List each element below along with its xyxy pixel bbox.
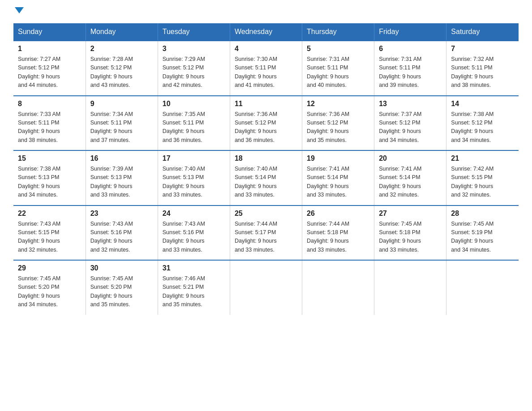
logo-triangle-icon bbox=[15, 7, 24, 13]
day-info: Sunrise: 7:32 AM Sunset: 5:11 PM Dayligh… bbox=[451, 55, 514, 90]
calendar-cell: 29 Sunrise: 7:45 AM Sunset: 5:20 PM Dayl… bbox=[13, 260, 86, 315]
day-number: 2 bbox=[90, 45, 153, 53]
day-number: 9 bbox=[90, 100, 153, 108]
calendar-cell bbox=[446, 260, 519, 315]
day-info: Sunrise: 7:45 AM Sunset: 5:18 PM Dayligh… bbox=[379, 220, 442, 255]
calendar-cell: 13 Sunrise: 7:37 AM Sunset: 5:12 PM Dayl… bbox=[374, 96, 446, 151]
day-number: 28 bbox=[451, 210, 514, 218]
calendar-week-row: 1 Sunrise: 7:27 AM Sunset: 5:12 PM Dayli… bbox=[13, 41, 519, 96]
day-number: 5 bbox=[307, 45, 369, 53]
day-number: 13 bbox=[379, 100, 442, 108]
calendar-cell: 5 Sunrise: 7:31 AM Sunset: 5:11 PM Dayli… bbox=[302, 41, 374, 96]
header-sunday: Sunday bbox=[13, 23, 86, 41]
day-info: Sunrise: 7:31 AM Sunset: 5:11 PM Dayligh… bbox=[307, 55, 369, 90]
calendar-cell: 20 Sunrise: 7:41 AM Sunset: 5:14 PM Dayl… bbox=[374, 150, 446, 206]
day-info: Sunrise: 7:44 AM Sunset: 5:18 PM Dayligh… bbox=[307, 220, 369, 255]
day-number: 21 bbox=[451, 154, 514, 163]
header-tuesday: Tuesday bbox=[158, 23, 230, 41]
calendar-cell: 6 Sunrise: 7:31 AM Sunset: 5:11 PM Dayli… bbox=[374, 41, 446, 96]
page-header bbox=[13, 9, 519, 15]
day-info: Sunrise: 7:30 AM Sunset: 5:11 PM Dayligh… bbox=[235, 55, 297, 90]
day-info: Sunrise: 7:31 AM Sunset: 5:11 PM Dayligh… bbox=[379, 55, 442, 90]
day-info: Sunrise: 7:42 AM Sunset: 5:15 PM Dayligh… bbox=[451, 165, 514, 200]
day-number: 17 bbox=[163, 154, 225, 163]
calendar-cell: 26 Sunrise: 7:44 AM Sunset: 5:18 PM Dayl… bbox=[302, 206, 374, 261]
calendar-cell: 14 Sunrise: 7:38 AM Sunset: 5:12 PM Dayl… bbox=[446, 96, 519, 151]
calendar-cell: 24 Sunrise: 7:43 AM Sunset: 5:16 PM Dayl… bbox=[158, 206, 230, 261]
day-number: 26 bbox=[307, 210, 369, 218]
calendar-cell: 31 Sunrise: 7:46 AM Sunset: 5:21 PM Dayl… bbox=[158, 260, 230, 315]
day-info: Sunrise: 7:43 AM Sunset: 5:15 PM Dayligh… bbox=[18, 220, 81, 255]
day-info: Sunrise: 7:37 AM Sunset: 5:12 PM Dayligh… bbox=[379, 110, 442, 145]
calendar-table: SundayMondayTuesdayWednesdayThursdayFrid… bbox=[13, 23, 519, 315]
calendar-cell: 17 Sunrise: 7:40 AM Sunset: 5:13 PM Dayl… bbox=[158, 150, 230, 206]
calendar-cell: 10 Sunrise: 7:35 AM Sunset: 5:11 PM Dayl… bbox=[158, 96, 230, 151]
calendar-week-row: 8 Sunrise: 7:33 AM Sunset: 5:11 PM Dayli… bbox=[13, 96, 519, 151]
calendar-cell bbox=[302, 260, 374, 315]
calendar-cell: 27 Sunrise: 7:45 AM Sunset: 5:18 PM Dayl… bbox=[374, 206, 446, 261]
day-info: Sunrise: 7:27 AM Sunset: 5:12 PM Dayligh… bbox=[18, 55, 81, 90]
calendar-week-row: 29 Sunrise: 7:45 AM Sunset: 5:20 PM Dayl… bbox=[13, 260, 519, 315]
day-info: Sunrise: 7:38 AM Sunset: 5:13 PM Dayligh… bbox=[18, 165, 81, 200]
day-info: Sunrise: 7:28 AM Sunset: 5:12 PM Dayligh… bbox=[90, 55, 153, 90]
day-info: Sunrise: 7:41 AM Sunset: 5:14 PM Dayligh… bbox=[307, 165, 369, 200]
header-wednesday: Wednesday bbox=[230, 23, 302, 41]
day-number: 3 bbox=[163, 45, 225, 53]
calendar-cell: 18 Sunrise: 7:40 AM Sunset: 5:14 PM Dayl… bbox=[230, 150, 302, 206]
day-number: 23 bbox=[90, 210, 153, 218]
day-info: Sunrise: 7:41 AM Sunset: 5:14 PM Dayligh… bbox=[379, 165, 442, 200]
day-number: 10 bbox=[163, 100, 225, 108]
calendar-cell: 1 Sunrise: 7:27 AM Sunset: 5:12 PM Dayli… bbox=[13, 41, 86, 96]
calendar-cell: 7 Sunrise: 7:32 AM Sunset: 5:11 PM Dayli… bbox=[446, 41, 519, 96]
calendar-cell: 23 Sunrise: 7:43 AM Sunset: 5:16 PM Dayl… bbox=[86, 206, 158, 261]
day-number: 24 bbox=[163, 210, 225, 218]
day-number: 12 bbox=[307, 100, 369, 108]
calendar-cell: 3 Sunrise: 7:29 AM Sunset: 5:12 PM Dayli… bbox=[158, 41, 230, 96]
calendar-cell: 4 Sunrise: 7:30 AM Sunset: 5:11 PM Dayli… bbox=[230, 41, 302, 96]
calendar-week-row: 15 Sunrise: 7:38 AM Sunset: 5:13 PM Dayl… bbox=[13, 150, 519, 206]
calendar-cell: 21 Sunrise: 7:42 AM Sunset: 5:15 PM Dayl… bbox=[446, 150, 519, 206]
day-number: 8 bbox=[18, 100, 81, 108]
day-number: 15 bbox=[18, 154, 81, 163]
day-info: Sunrise: 7:45 AM Sunset: 5:20 PM Dayligh… bbox=[18, 274, 81, 309]
day-info: Sunrise: 7:44 AM Sunset: 5:17 PM Dayligh… bbox=[235, 220, 297, 255]
calendar-cell: 2 Sunrise: 7:28 AM Sunset: 5:12 PM Dayli… bbox=[86, 41, 158, 96]
calendar-cell: 25 Sunrise: 7:44 AM Sunset: 5:17 PM Dayl… bbox=[230, 206, 302, 261]
day-info: Sunrise: 7:43 AM Sunset: 5:16 PM Dayligh… bbox=[90, 220, 153, 255]
day-info: Sunrise: 7:34 AM Sunset: 5:11 PM Dayligh… bbox=[90, 110, 153, 145]
day-info: Sunrise: 7:38 AM Sunset: 5:12 PM Dayligh… bbox=[451, 110, 514, 145]
day-number: 4 bbox=[235, 45, 297, 53]
day-number: 27 bbox=[379, 210, 442, 218]
calendar-cell: 12 Sunrise: 7:36 AM Sunset: 5:12 PM Dayl… bbox=[302, 96, 374, 151]
day-info: Sunrise: 7:35 AM Sunset: 5:11 PM Dayligh… bbox=[163, 110, 225, 145]
day-number: 19 bbox=[307, 154, 369, 163]
day-number: 11 bbox=[235, 100, 297, 108]
day-info: Sunrise: 7:46 AM Sunset: 5:21 PM Dayligh… bbox=[163, 274, 225, 309]
day-number: 16 bbox=[90, 154, 153, 163]
calendar-cell bbox=[374, 260, 446, 315]
header-saturday: Saturday bbox=[446, 23, 519, 41]
day-number: 18 bbox=[235, 154, 297, 163]
day-number: 30 bbox=[90, 264, 153, 272]
calendar-cell: 15 Sunrise: 7:38 AM Sunset: 5:13 PM Dayl… bbox=[13, 150, 86, 206]
calendar-cell: 8 Sunrise: 7:33 AM Sunset: 5:11 PM Dayli… bbox=[13, 96, 86, 151]
day-number: 20 bbox=[379, 154, 442, 163]
day-info: Sunrise: 7:43 AM Sunset: 5:16 PM Dayligh… bbox=[163, 220, 225, 255]
day-number: 7 bbox=[451, 45, 514, 53]
day-info: Sunrise: 7:33 AM Sunset: 5:11 PM Dayligh… bbox=[18, 110, 81, 145]
day-number: 29 bbox=[18, 264, 81, 272]
calendar-cell bbox=[230, 260, 302, 315]
calendar-header-row: SundayMondayTuesdayWednesdayThursdayFrid… bbox=[13, 23, 519, 41]
header-thursday: Thursday bbox=[302, 23, 374, 41]
day-number: 14 bbox=[451, 100, 514, 108]
day-number: 25 bbox=[235, 210, 297, 218]
day-number: 6 bbox=[379, 45, 442, 53]
calendar-cell: 19 Sunrise: 7:41 AM Sunset: 5:14 PM Dayl… bbox=[302, 150, 374, 206]
calendar-cell: 28 Sunrise: 7:45 AM Sunset: 5:19 PM Dayl… bbox=[446, 206, 519, 261]
header-monday: Monday bbox=[86, 23, 158, 41]
day-info: Sunrise: 7:45 AM Sunset: 5:19 PM Dayligh… bbox=[451, 220, 514, 255]
calendar-cell: 30 Sunrise: 7:45 AM Sunset: 5:20 PM Dayl… bbox=[86, 260, 158, 315]
header-friday: Friday bbox=[374, 23, 446, 41]
day-info: Sunrise: 7:45 AM Sunset: 5:20 PM Dayligh… bbox=[90, 274, 153, 309]
day-info: Sunrise: 7:36 AM Sunset: 5:12 PM Dayligh… bbox=[307, 110, 369, 145]
